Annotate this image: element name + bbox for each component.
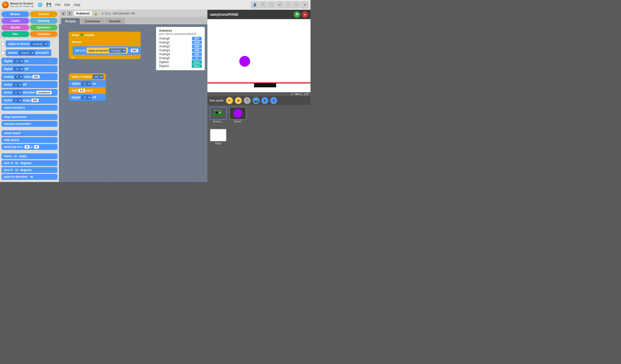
upload-sprite-btn[interactable]: ⬆: [261, 97, 268, 104]
sprite-name: Arduino1: [74, 11, 92, 16]
scripts-canvas[interactable]: when ⚑ clicked forever set x to value of…: [59, 24, 207, 182]
sprite-thumb-sprite1[interactable]: Sprite1: [229, 107, 247, 123]
question-sprite-btn[interactable]: ?: [244, 97, 251, 104]
sprite-controls: ▲ ▼ Arduino1 🔒: [61, 11, 98, 16]
sensor-row-3: Analog3 288: [159, 49, 202, 52]
paint-sprite-btn[interactable]: ✏: [226, 97, 233, 104]
digital-on-dropdown[interactable]: 13: [14, 59, 24, 63]
star-sprite-btn[interactable]: ★: [235, 97, 242, 104]
value-sensor-dropdown[interactable]: Analog0: [31, 42, 48, 46]
logo-area: S Based on Scratch from the MIT Media La…: [2, 1, 34, 8]
script-digital-on-dropdown[interactable]: 11: [81, 82, 91, 86]
motor-angle-dropdown[interactable]: 8: [13, 98, 22, 102]
digital-on-script-block[interactable]: digital 11 on: [69, 80, 106, 87]
motor-off-block[interactable]: motor 8 off: [1, 81, 57, 88]
toolbar-btn-4[interactable]: ✕: [276, 1, 283, 8]
svg-rect-2: [217, 110, 218, 111]
save-icon[interactable]: 💾: [45, 1, 52, 8]
analog-dropdown[interactable]: 9: [15, 75, 23, 79]
cat-variables[interactable]: Variables: [30, 31, 58, 37]
digital-13-off-block[interactable]: digital 13 off: [1, 66, 57, 72]
sprite-thumb-arduino[interactable]: Arduino...: [209, 107, 227, 123]
board-goto-block[interactable]: board go to x: 0 y: 0: [1, 144, 57, 150]
set-x-block[interactable]: set x to value of sensor Analog0 - 590: [73, 46, 141, 55]
tab-sounds[interactable]: Sounds: [105, 18, 125, 24]
globe-icon[interactable]: 🌐: [36, 1, 43, 8]
digital-off-script-block[interactable]: digital 11 off: [69, 94, 106, 101]
digital-off-dropdown[interactable]: 13: [14, 67, 24, 71]
value-of-sensor-inline[interactable]: value of sensor Analog0: [86, 48, 128, 53]
sensor-pressed-dropdown[interactable]: Digital2: [19, 50, 34, 55]
when-clicked-block[interactable]: when ⚑ clicked: [69, 32, 141, 38]
sprites-list: Arduino... Sprite1 Stage: [207, 105, 310, 182]
hide-board-block[interactable]: hide board: [1, 137, 57, 143]
toolbar-btn-2[interactable]: 🔧: [259, 1, 267, 8]
toolbar-btn-1[interactable]: 👤: [251, 1, 259, 8]
motor-direction-block[interactable]: motor 8 direction clockwise: [1, 89, 57, 96]
toolbar-icons: 👤 🔧 ⛶ ✕ ─ □ ✕: [251, 1, 309, 8]
sprite-label-sprite1: Sprite1: [234, 120, 242, 123]
window-maximize[interactable]: □: [293, 1, 300, 8]
toolbar-btn-3[interactable]: ⛶: [268, 1, 275, 8]
download-sprite-btn[interactable]: ⬇: [270, 97, 277, 104]
sensor-label-6: Digital2: [159, 60, 190, 64]
point-direction-block[interactable]: point in direction 90: [1, 174, 57, 180]
tab-scripts[interactable]: Scripts: [61, 18, 80, 24]
turn-ccw-block[interactable]: turn ↺ 15 degrees: [1, 160, 57, 166]
menu-edit-item[interactable]: Edit: [64, 3, 70, 7]
cat-operators[interactable]: Operators: [30, 25, 58, 30]
menu-help-item[interactable]: Help: [74, 3, 81, 7]
sprite-thumb-img-sprite1: [229, 107, 246, 120]
sensor-pressed-block[interactable]: sensor Digital2 pressed?: [6, 49, 51, 56]
block-sensor-pressed: sensor Digital2 pressed?: [1, 49, 57, 57]
show-board-block[interactable]: show board: [1, 130, 57, 136]
new-sprite-label: New sprite:: [209, 99, 224, 102]
when-receive-block[interactable]: when I receive led: [69, 73, 106, 80]
motor-dir-dropdown[interactable]: 8: [13, 90, 22, 95]
lock-icon: 🔒: [93, 12, 98, 16]
green-flag-icon: ⚑: [80, 33, 84, 37]
motor-off-dropdown[interactable]: 8: [13, 83, 22, 87]
svg-rect-1: [215, 110, 216, 111]
receive-dropdown[interactable]: led: [93, 75, 103, 79]
stage-view[interactable]: [207, 19, 310, 92]
cat-sensing[interactable]: Sensing: [30, 18, 58, 24]
forever-block[interactable]: forever: [69, 38, 141, 45]
tabs-bar: Scripts Costumes Sounds: [59, 17, 207, 24]
stop-connection-block[interactable]: stop connection: [1, 114, 57, 120]
digital-13-on-block[interactable]: digital 13 on: [1, 58, 57, 65]
motor-angle-block[interactable]: motor 8 angle 180: [1, 97, 57, 104]
move-steps-block[interactable]: move 10 steps: [1, 153, 57, 159]
cat-pen[interactable]: Pen: [1, 31, 29, 37]
sprite-nav-down[interactable]: ▼: [67, 11, 72, 16]
cat-sound[interactable]: Sound: [1, 25, 29, 30]
cat-motion[interactable]: Motion: [1, 11, 29, 17]
menu-file-item[interactable]: File: [55, 3, 60, 7]
sprite-thumb-img-arduino: [210, 107, 226, 120]
sensor-pressed-checkbox[interactable]: [1, 51, 5, 54]
sprite-nav-up[interactable]: ▲: [61, 11, 66, 16]
cat-control[interactable]: Control: [30, 11, 58, 17]
stop-button[interactable]: ●: [302, 11, 308, 18]
stage-thumb-img: [210, 129, 226, 142]
app-title-area: Based on Scratch from the MIT Media Lab: [10, 2, 34, 8]
analog-value-block[interactable]: analog 9 value 255: [1, 73, 57, 80]
green-flag-button[interactable]: ⚑: [294, 11, 300, 18]
wait-block[interactable]: wait 0.5 secs: [69, 87, 106, 94]
value-sensor-checkbox[interactable]: [1, 42, 5, 46]
value-sensor-block[interactable]: value of sensor Analog0: [6, 40, 50, 47]
window-minimize[interactable]: ─: [284, 1, 292, 8]
tab-costumes[interactable]: Costumes: [81, 18, 104, 24]
sprite-thumb-stage[interactable]: Stage: [209, 129, 227, 145]
app-title: Based on Scratch: [10, 2, 34, 5]
turn-cw-block[interactable]: turn ↻ 15 degrees: [1, 167, 57, 173]
sensor-value-5: 0: [192, 56, 202, 60]
resume-connection-block[interactable]: resume connection: [1, 121, 57, 127]
svg-point-5: [219, 112, 221, 114]
window-close[interactable]: ✕: [301, 1, 309, 8]
cat-looks[interactable]: Looks: [1, 18, 29, 24]
camera-sprite-btn[interactable]: 📷: [253, 97, 259, 104]
script-digital-off-dropdown[interactable]: 11: [81, 95, 91, 99]
reset-actuators-block[interactable]: reset actuators: [1, 105, 57, 111]
set-x-sensor-dropdown[interactable]: Analog0: [109, 48, 126, 53]
